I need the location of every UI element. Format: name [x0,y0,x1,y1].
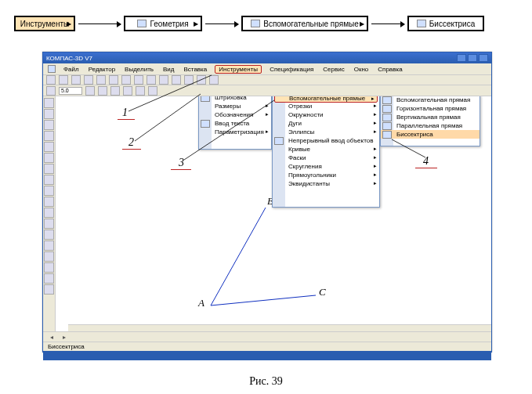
menu-item-ellipses[interactable]: Эллипсы▸ [273,128,379,136]
maximize-button[interactable] [468,54,477,62]
menu-window[interactable]: Окно [353,66,371,73]
vtool-10-icon[interactable] [44,197,54,207]
vtool-3-icon[interactable] [44,120,54,130]
menu-help[interactable]: Справка [376,66,404,73]
menu-service[interactable]: Сервис [321,66,346,73]
vtool-9-icon[interactable] [44,186,54,196]
minimize-button[interactable] [457,54,466,62]
vtool-4-icon[interactable] [44,131,54,141]
crumb-label: Геометрия [150,20,188,28]
menu-item-parametrization[interactable]: Параметризация▸ [199,128,271,136]
crumb-instruments[interactable]: Инструменты ▶ [14,16,75,31]
vtool-14-icon[interactable] [44,240,54,251]
tool-props-icon[interactable] [172,75,181,85]
tool-zoom-icon[interactable] [46,86,56,96]
chevron-right-icon[interactable]: ▸ [60,334,68,341]
vtool-2-icon[interactable] [44,109,54,119]
menu-editor[interactable]: Редактор [87,66,117,73]
menu-item-hatch[interactable]: Штриховка [199,96,271,102]
close-button[interactable] [479,54,488,62]
menu-item-curves[interactable]: Кривые▸ [273,145,379,154]
menu-view[interactable]: Вид [161,66,176,73]
menu-spec[interactable]: Спецификация [268,66,315,73]
chevron-right-icon: ▶ [67,20,71,27]
tool-open-icon[interactable] [59,75,68,85]
horizontal-scrollbar[interactable] [68,324,491,331]
figure-caption: Рис. 39 [0,375,532,388]
crumb-geometry[interactable]: Геометрия ▶ [124,16,202,31]
tool-preview-icon[interactable] [96,75,106,85]
menu-item-continuous[interactable]: Непрерывный ввод объектов [273,136,379,145]
menu-item-dimensions[interactable]: Размеры▸ [199,102,271,110]
vtool-17-icon[interactable] [44,273,54,284]
svg-line-1 [211,295,316,305]
menu-select[interactable]: Выделить [123,66,155,73]
tool-new-icon[interactable] [46,75,56,85]
menu-item-text[interactable]: Ввод текста [199,119,271,128]
tool-undo-icon[interactable] [147,75,156,85]
menu-item-fillets[interactable]: Скругления▸ [273,162,379,171]
tool-d-icon[interactable] [123,86,132,96]
vtool-6-icon[interactable] [44,153,54,163]
tool-paste-icon[interactable] [134,75,143,85]
menu-instruments[interactable]: Инструменты [215,65,262,74]
vtool-11-icon[interactable] [44,208,54,218]
chevron-right-icon: ▸ [374,146,377,152]
menu-item-chamfers[interactable]: Фаски▸ [273,154,379,162]
tool-help-icon[interactable] [209,75,219,85]
tool-redo-icon[interactable] [159,75,168,85]
menu-insert[interactable]: Вставка [183,66,209,73]
vtool-16-icon[interactable] [44,262,54,273]
zoom-input[interactable]: 5.0 [59,87,82,95]
vtool-5-icon[interactable] [44,142,54,152]
aux-line-icon [251,20,260,27]
callout-3: 3 [179,157,184,169]
arrow-icon [371,23,404,24]
menu-item-equidist[interactable]: Эквидистанты▸ [273,179,379,188]
app-icon [48,65,56,73]
menu-item-arcs[interactable]: Дуги▸ [273,119,379,128]
chevron-left-icon[interactable]: ◂ [48,334,56,341]
callout-2: 2 [128,136,134,149]
menu-item-parallel-line[interactable]: Параллельная прямая [381,121,480,130]
underline-2 [122,149,141,150]
vtool-1-icon[interactable] [44,98,54,108]
tool-c-icon[interactable] [110,86,120,96]
vtool-8-icon[interactable] [44,175,54,185]
menu-item-rects[interactable]: Прямоугольники▸ [273,171,379,179]
menu-item-segments[interactable]: Отрезки▸ [273,102,379,110]
crumb-aux-lines[interactable]: Вспомогательные прямые ▶ [241,16,368,31]
vtool-18-icon[interactable] [44,284,54,295]
tool-b-icon[interactable] [98,86,107,96]
vertical-toolbar [43,96,56,331]
chevron-right-icon: ▶ [194,20,198,27]
tool-copy-icon[interactable] [121,75,131,85]
chevron-right-icon: ▸ [374,120,377,126]
tool-e-icon[interactable] [136,86,145,96]
chevron-right-icon: ▸ [371,96,375,102]
vtool-13-icon[interactable] [44,230,54,240]
crumb-bisector[interactable]: Биссектриса [407,16,484,31]
tool-a-icon[interactable] [85,86,95,96]
menu-item-designations[interactable]: Обозначения▸ [199,110,271,119]
tool-vars-icon[interactable] [197,75,206,85]
canvas[interactable]: A B C Геометрия▸ Штриховка Размеры▸ Обоз… [56,96,491,331]
menu-item-horiz-line[interactable]: Горизонтальная прямая [381,104,480,113]
menu-file[interactable]: Файл [62,66,81,73]
tool-f-icon[interactable] [148,86,157,96]
tool-lib-icon[interactable] [184,75,194,85]
menu-item-vert-line[interactable]: Вертикальная прямая [381,113,480,121]
vtool-15-icon[interactable] [44,251,54,262]
menu-item-bisector[interactable]: Биссектриса [381,130,480,139]
tool-cut-icon[interactable] [109,75,118,85]
vtool-12-icon[interactable] [44,219,54,229]
point-C-label: C [319,286,326,298]
menu-item-circles[interactable]: Окружности▸ [273,110,379,119]
tool-save-icon[interactable] [71,75,81,85]
vtool-7-icon[interactable] [44,164,54,174]
breadcrumb-row: Инструменты ▶ Геометрия ▶ Вспомогательны… [14,16,516,38]
toolbar-main [43,74,491,85]
geometry-icon [137,20,147,27]
menu-item-aux-line[interactable]: Вспомогательная прямая [381,96,480,104]
tool-print-icon[interactable] [84,75,93,85]
